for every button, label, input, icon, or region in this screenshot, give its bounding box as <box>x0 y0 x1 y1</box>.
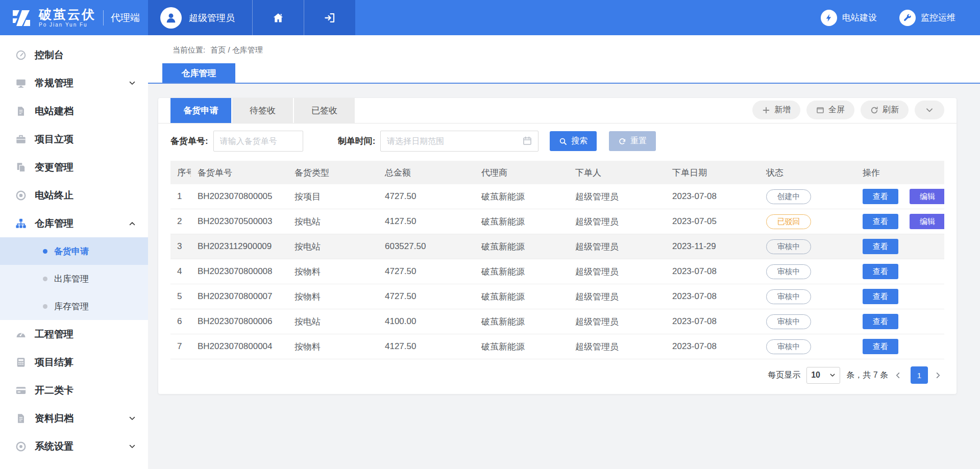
sidebar-item-0[interactable]: 控制台 <box>0 41 148 69</box>
portal-label: 代理端 <box>103 10 140 26</box>
cell-no: 7 <box>170 341 191 352</box>
user-icon <box>164 11 178 24</box>
prev-page-button[interactable] <box>894 370 904 380</box>
sidebar-item-2[interactable]: 电站建档 <box>0 97 148 125</box>
sidebar-item-label: 系统设置 <box>35 440 120 453</box>
cell-order-no: BH2023070800005 <box>191 191 288 202</box>
collapse-button[interactable] <box>915 101 944 119</box>
sitemap-icon <box>15 218 27 229</box>
pagination: 每页显示 10 条，共 7 条 1 <box>158 359 957 387</box>
view-button[interactable]: 查看 <box>863 214 898 229</box>
cell-actions: 查看 <box>856 314 944 329</box>
nav-monitor-ops[interactable]: 监控运维 <box>899 10 955 26</box>
logout-icon <box>324 12 336 24</box>
logout-button[interactable] <box>304 0 355 35</box>
search-button[interactable]: 搜索 <box>550 131 597 151</box>
cell-orderer: 超级管理员 <box>569 266 666 278</box>
cell-date: 2023-07-08 <box>666 266 760 277</box>
table-header-cell: 下单日期 <box>666 167 760 179</box>
sidebar-item-9[interactable]: 开二类卡 <box>0 376 148 404</box>
cell-agent: 破茧新能源 <box>475 316 569 328</box>
cell-agent: 破茧新能源 <box>475 266 569 278</box>
cell-type: 按电站 <box>288 241 378 253</box>
sidebar-item-1[interactable]: 常规管理 <box>0 69 148 97</box>
panel-tab-2[interactable]: 已签收 <box>294 98 355 123</box>
sidebar-item-11[interactable]: 系统设置 <box>0 432 148 460</box>
page-number-1[interactable]: 1 <box>911 366 928 384</box>
sidebar-submenu: 备货申请出库管理库存管理 <box>0 237 148 320</box>
sidebar-subitem-label: 出库管理 <box>54 273 89 285</box>
page-tab-warehouse[interactable]: 仓库管理 <box>162 63 235 83</box>
cell-actions: 查看编辑 <box>856 214 944 229</box>
table-header-cell: 操作 <box>856 167 944 179</box>
settings-icon <box>15 441 27 452</box>
cell-no: 4 <box>170 266 191 277</box>
cell-orderer: 超级管理员 <box>569 291 666 303</box>
edit-button[interactable]: 编辑 <box>910 189 944 204</box>
cell-type: 按电站 <box>288 216 378 228</box>
sidebar-subitem-label: 库存管理 <box>54 301 89 312</box>
date-range-input[interactable] <box>380 131 538 152</box>
nav-station-build-label: 电站建设 <box>842 12 877 23</box>
sidebar-item-3[interactable]: 项目立项 <box>0 125 148 153</box>
table-header-cell: 总金额 <box>378 167 475 179</box>
per-page-select[interactable]: 10 <box>806 367 840 384</box>
toolbar-button-2[interactable]: 刷新 <box>861 101 909 119</box>
sidebar-item-label: 电站终止 <box>35 189 136 202</box>
card-icon <box>15 385 27 396</box>
sidebar-item-label: 控制台 <box>35 48 136 62</box>
view-button[interactable]: 查看 <box>863 314 898 329</box>
next-page-button[interactable] <box>934 370 944 380</box>
panel-tab-1[interactable]: 待签收 <box>232 98 293 123</box>
sidebar-item-7[interactable]: 工程管理 <box>0 320 148 348</box>
sidebar-subitem-2[interactable]: 库存管理 <box>0 292 148 320</box>
view-button[interactable]: 查看 <box>863 239 898 254</box>
table-row: 2BH2023070500003按电站4127.50破茧新能源超级管理员2023… <box>170 209 944 234</box>
reset-button[interactable]: 重置 <box>609 131 656 151</box>
panel-tab-0[interactable]: 备货申请 <box>170 98 231 123</box>
table-header-cell: 序号 <box>170 167 191 179</box>
archive-icon <box>15 413 27 424</box>
edit-button[interactable]: 编辑 <box>910 214 944 229</box>
cell-order-no: BH2023070800006 <box>191 316 288 327</box>
view-button[interactable]: 查看 <box>863 189 898 204</box>
refresh-icon <box>870 106 878 114</box>
user-block[interactable]: 超级管理员 <box>148 0 252 35</box>
bolt-icon <box>821 10 837 26</box>
user-name: 超级管理员 <box>189 12 235 24</box>
briefcase-icon <box>15 134 27 145</box>
breadcrumb-label: 当前位置: <box>173 45 205 54</box>
sidebar-item-10[interactable]: 资料归档 <box>0 404 148 432</box>
toolbar-button-1[interactable]: 全屏 <box>806 101 854 119</box>
cell-no: 1 <box>170 191 191 202</box>
sidebar-item-5[interactable]: 电站终止 <box>0 181 148 209</box>
table-row: 5BH2023070800007按物料4727.50破茧新能源超级管理员2023… <box>170 284 944 309</box>
cell-type: 按物料 <box>288 291 378 303</box>
view-button[interactable]: 查看 <box>863 339 898 354</box>
nav-station-build[interactable]: 电站建设 <box>821 10 877 26</box>
status-badge: 审核中 <box>766 289 811 304</box>
sidebar-item-8[interactable]: 项目结算 <box>0 348 148 376</box>
panel-tabs: 备货申请待签收已签收 <box>170 98 355 123</box>
view-button[interactable]: 查看 <box>863 289 898 304</box>
order-no-input[interactable] <box>213 131 303 152</box>
cell-actions: 查看 <box>856 239 944 254</box>
copy-icon <box>15 162 27 173</box>
view-button[interactable]: 查看 <box>863 264 898 279</box>
sidebar-subitem-0[interactable]: 备货申请 <box>0 237 148 265</box>
sidebar-item-label: 项目立项 <box>35 133 136 146</box>
table-row: 3BH2023112900009按电站603527.50破茧新能源超级管理员20… <box>170 234 944 259</box>
sidebar-item-4[interactable]: 变更管理 <box>0 153 148 181</box>
cell-type: 按项目 <box>288 191 378 203</box>
home-button[interactable] <box>252 0 304 35</box>
cell-actions: 查看 <box>856 289 944 304</box>
status-badge: 审核中 <box>766 264 811 279</box>
cell-orderer: 超级管理员 <box>569 241 666 253</box>
sidebar-item-label: 电站建档 <box>35 105 136 118</box>
bullet-dot-icon <box>43 249 47 254</box>
bullet-dot-icon <box>43 277 47 281</box>
sidebar-item-6[interactable]: 仓库管理 <box>0 209 148 237</box>
toolbar-button-0[interactable]: 新增 <box>752 101 800 119</box>
sidebar-subitem-label: 备货申请 <box>54 245 89 257</box>
sidebar-subitem-1[interactable]: 出库管理 <box>0 265 148 292</box>
